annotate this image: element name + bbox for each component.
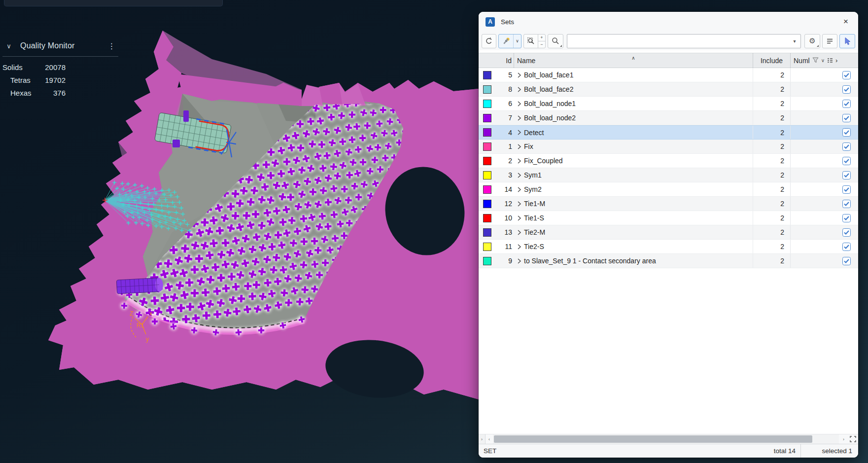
scroll-right-icon[interactable]: ›	[840, 434, 847, 444]
set-name[interactable]: Tie2-S	[524, 240, 753, 253]
zoom-select-group[interactable]: + −	[523, 34, 546, 48]
set-name[interactable]: Detect	[524, 126, 753, 139]
expander-chevron-icon[interactable]	[514, 72, 524, 78]
expander-chevron-icon[interactable]	[514, 244, 524, 249]
close-icon[interactable]: ×	[838, 15, 853, 29]
visibility-checkbox[interactable]	[842, 114, 851, 122]
set-name[interactable]: Tie1-M	[524, 197, 753, 211]
visibility-checkbox[interactable]	[842, 100, 851, 108]
select-mode-button[interactable]	[839, 34, 855, 48]
settings-button[interactable]: ⚙	[804, 34, 820, 48]
set-include-count: 2	[753, 68, 791, 82]
expander-chevron-icon[interactable]	[514, 187, 524, 192]
expander-chevron-icon[interactable]	[514, 101, 524, 107]
combo-chevron-icon[interactable]: ▾	[789, 38, 800, 44]
table-row[interactable]: 9to Slave_Set_9 1 - Contact secondary ar…	[479, 254, 858, 268]
expander-chevron-icon[interactable]	[514, 173, 524, 178]
visibility-checkbox[interactable]	[842, 71, 851, 79]
filter-combobox[interactable]: ▾	[567, 34, 801, 48]
zoom-minus[interactable]: −	[538, 41, 545, 48]
set-color-swatch	[483, 157, 491, 165]
table-row[interactable]: 13Tie2-M2	[479, 225, 858, 240]
expander-chevron-icon[interactable]	[514, 115, 524, 121]
set-name[interactable]: Bolt_load_face2	[524, 82, 753, 96]
expander-chevron-icon[interactable]	[514, 258, 524, 264]
table-row[interactable]: 12Tie1-M2	[479, 197, 858, 211]
expander-chevron-icon[interactable]	[514, 215, 524, 221]
fit-columns-icon[interactable]	[847, 434, 858, 444]
visibility-checkbox[interactable]	[842, 257, 851, 265]
scrollbar-thumb[interactable]	[494, 435, 812, 443]
table-row[interactable]: 4Detect2	[479, 125, 858, 140]
visibility-checkbox[interactable]	[842, 243, 851, 251]
table-row[interactable]: 8Bolt_load_face22	[479, 82, 858, 97]
set-name[interactable]: Bolt_load_face1	[524, 68, 753, 82]
table-row[interactable]: 1Fix2	[479, 140, 858, 154]
set-name[interactable]: Sym1	[524, 168, 753, 182]
header-id[interactable]: Id	[495, 53, 514, 68]
header-more[interactable]: Numl ∨ ›	[791, 53, 858, 68]
set-name[interactable]: Fix_Coupled	[524, 154, 753, 168]
sets-window: A Sets × ∨	[479, 12, 858, 458]
table-row[interactable]: 10Tie1-S2	[479, 211, 858, 225]
header-name[interactable]: Name ∧	[514, 53, 753, 68]
highlight-tool-group[interactable]: ∨	[498, 34, 521, 48]
panel-splitter-icon[interactable]: ›	[479, 434, 486, 444]
table-row[interactable]: 5Bolt_load_face12	[479, 68, 858, 82]
expander-chevron-icon[interactable]	[514, 87, 524, 92]
set-color-swatch-cell	[479, 200, 495, 208]
table-row[interactable]: 11Tie2-S2	[479, 240, 858, 254]
expander-chevron-icon[interactable]	[514, 230, 524, 235]
cylinder-patch-purple	[116, 278, 163, 294]
visibility-checkbox[interactable]	[842, 171, 851, 179]
table-row[interactable]: 14Sym22	[479, 182, 858, 197]
set-name[interactable]: to Slave_Set_9 1 - Contact secondary are…	[524, 254, 753, 268]
collapse-chevron-icon[interactable]: ∨	[2, 42, 15, 50]
set-name[interactable]: Bolt_load_node1	[524, 97, 753, 110]
visibility-checkbox[interactable]	[842, 228, 851, 237]
refresh-button[interactable]	[482, 34, 496, 48]
chevron-down-icon[interactable]: ∨	[513, 35, 521, 48]
filter-input[interactable]	[567, 37, 789, 45]
set-name[interactable]: Tie1-S	[524, 211, 753, 225]
zoom-plus[interactable]: +	[538, 35, 545, 41]
table-row[interactable]: 3Sym12	[479, 168, 858, 182]
visibility-checkbox[interactable]	[842, 214, 851, 222]
set-name[interactable]: Fix	[524, 140, 753, 153]
scroll-left-icon[interactable]: ‹	[486, 434, 493, 444]
set-color-swatch-cell	[479, 142, 495, 151]
set-name[interactable]: Sym2	[524, 182, 753, 196]
expander-chevron-icon[interactable]	[514, 144, 524, 149]
set-color-swatch-cell	[479, 71, 495, 79]
header-include[interactable]: Include	[753, 53, 791, 68]
set-id: 9	[495, 257, 514, 265]
table-row[interactable]: 7Bolt_load_node22	[479, 111, 858, 125]
sort-options-button[interactable]	[822, 34, 837, 48]
sets-table-body[interactable]: 5Bolt_load_face128Bolt_load_face226Bolt_…	[479, 68, 858, 434]
visibility-checkbox[interactable]	[842, 157, 851, 165]
horizontal-scrollbar[interactable]	[493, 434, 839, 444]
visibility-checkbox[interactable]	[842, 142, 851, 151]
visibility-checkbox[interactable]	[842, 85, 851, 94]
svg-text:y: y	[146, 336, 149, 343]
column-grid-icon[interactable]	[827, 57, 833, 65]
expander-chevron-icon[interactable]	[514, 201, 524, 207]
visibility-checkbox[interactable]	[842, 128, 851, 137]
visibility-checkbox[interactable]	[842, 185, 851, 194]
set-name[interactable]: Bolt_load_node2	[524, 111, 753, 125]
chevron-down-icon[interactable]: ∨	[821, 58, 825, 63]
columns-overflow-icon[interactable]: ›	[835, 57, 837, 64]
kebab-menu-icon[interactable]: ⋮	[105, 41, 118, 51]
filter-funnel-icon[interactable]	[812, 57, 819, 65]
visibility-checkbox[interactable]	[842, 200, 851, 208]
zoom-spinner[interactable]: + −	[538, 35, 545, 48]
set-name[interactable]: Tie2-M	[524, 225, 753, 239]
expander-chevron-icon[interactable]	[514, 130, 524, 135]
table-row[interactable]: 2Fix_Coupled2	[479, 154, 858, 168]
expander-chevron-icon[interactable]	[514, 158, 524, 164]
table-row[interactable]: 6Bolt_load_node12	[479, 97, 858, 111]
zoom-select-icon	[524, 35, 538, 48]
table-header[interactable]: Id Name ∧ Include Numl ∨ ›	[479, 53, 858, 68]
search-button[interactable]	[548, 34, 563, 48]
sets-window-titlebar[interactable]: A Sets ×	[479, 12, 858, 32]
